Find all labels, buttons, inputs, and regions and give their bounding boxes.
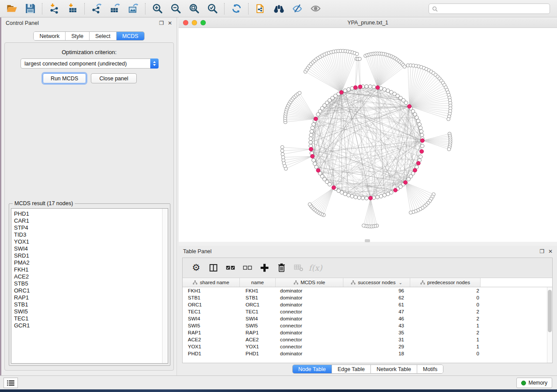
tab-select[interactable]: Select — [90, 32, 117, 40]
tab-mcds[interactable]: MCDS — [117, 32, 144, 40]
export-network-button[interactable] — [87, 2, 106, 16]
table-clear-icon — [294, 263, 303, 272]
table-scrollbar[interactable] — [547, 287, 552, 363]
cell: STB1 — [183, 295, 240, 300]
table-row[interactable]: RAP1RAP1dominator352 — [183, 329, 552, 336]
optimization-criterion-select[interactable]: largest connected component (undirected) — [21, 58, 159, 69]
column-selector-button[interactable] — [207, 261, 220, 275]
task-history-button[interactable] — [3, 378, 18, 388]
column-header-shared-name[interactable]: shared name — [183, 278, 240, 287]
table-row[interactable]: YOX1YOX1connector291 — [183, 343, 552, 350]
columns-icon — [209, 263, 218, 272]
deselect-all-rows-button[interactable] — [241, 261, 254, 275]
desktop-wallpaper — [0, 389, 557, 392]
memory-label: Memory — [529, 380, 547, 386]
result-node[interactable]: STP4 — [14, 224, 30, 231]
result-node[interactable]: ACE2 — [14, 273, 30, 280]
result-node[interactable]: SWI4 — [14, 245, 30, 252]
network-canvas[interactable] — [179, 28, 557, 242]
search-icon — [432, 6, 438, 12]
cell: ORC1 — [240, 302, 276, 307]
trash-icon — [277, 263, 286, 272]
result-node[interactable]: PMA2 — [14, 259, 30, 266]
attribute-tree-icon — [294, 280, 298, 285]
export-table-button[interactable] — [106, 2, 124, 16]
cell: 0 — [410, 302, 481, 307]
result-node[interactable]: CAR1 — [14, 217, 30, 224]
open-file-button[interactable] — [3, 2, 21, 16]
hide-details-button[interactable] — [288, 2, 306, 16]
horizontal-splitter[interactable] — [179, 242, 557, 246]
zoom-selected-icon — [207, 3, 218, 14]
network-graph[interactable] — [179, 28, 557, 242]
result-node[interactable]: GCR1 — [14, 322, 30, 329]
column-header-predecessor-nodes[interactable]: predecessor nodes — [410, 278, 481, 287]
table-row[interactable]: TEC1TEC1connector472 — [183, 308, 552, 315]
search-network-button[interactable] — [270, 2, 288, 16]
share-doc-icon — [255, 3, 266, 14]
result-node[interactable]: TID3 — [14, 231, 30, 238]
export-image-button[interactable] — [124, 2, 142, 16]
tab-node-table[interactable]: Node Table — [293, 365, 332, 373]
zoom-selected-button[interactable] — [203, 2, 221, 16]
apply-layout-button[interactable] — [227, 2, 246, 16]
select-all-rows-button[interactable] — [224, 261, 237, 275]
column-header-name[interactable]: name — [240, 278, 276, 287]
splitter-handle-icon[interactable] — [365, 239, 370, 242]
cell: 1 — [410, 323, 481, 328]
tab-edge-table[interactable]: Edge Table — [332, 365, 371, 373]
column-settings-button[interactable]: ⚙ — [190, 261, 203, 275]
mcds-result-list[interactable]: PHD1CAR1STP4TID3YOX1SWI4SRD1PMA2FKH1ACE2… — [11, 208, 168, 364]
column-header-successor-nodes[interactable]: successor nodes⌄ — [343, 278, 410, 287]
table-row[interactable]: ORC1ORC1dominator610 — [183, 301, 552, 308]
cell: 47 — [343, 309, 410, 314]
search-input[interactable] — [440, 5, 547, 12]
float-window-icon[interactable]: ❐ — [540, 249, 544, 254]
delete-column-button[interactable] — [275, 261, 288, 275]
result-node[interactable]: SRD1 — [14, 252, 30, 259]
add-column-button[interactable] — [258, 261, 271, 275]
result-node[interactable]: STB1 — [14, 301, 30, 308]
result-node[interactable]: YOX1 — [14, 238, 30, 245]
zoom-out-button[interactable] — [166, 2, 185, 16]
close-panel-icon[interactable]: ✕ — [168, 21, 172, 26]
result-node[interactable]: FKH1 — [14, 266, 30, 273]
import-network-button[interactable] — [45, 2, 63, 16]
attribute-tree-icon — [193, 280, 197, 285]
zoom-in-button[interactable] — [148, 2, 166, 16]
result-node[interactable]: STB5 — [14, 280, 30, 287]
result-list-scrollbar[interactable] — [162, 209, 168, 363]
float-window-icon[interactable]: ❐ — [159, 21, 164, 26]
zoom-fit-button[interactable] — [185, 2, 203, 16]
table-row[interactable]: STB1STB1dominator620 — [183, 294, 552, 301]
tab-network-table[interactable]: Network Table — [371, 365, 417, 373]
close-panel-button[interactable]: Close panel — [91, 73, 137, 83]
cell: PHD1 — [183, 351, 240, 356]
result-node[interactable]: SWI5 — [14, 308, 30, 315]
network-file-button[interactable] — [251, 2, 270, 16]
close-panel-icon[interactable]: ✕ — [548, 249, 553, 254]
search-box[interactable] — [429, 3, 550, 14]
network-window-titlebar[interactable]: YPA_prune.txt_1 — [179, 18, 557, 28]
result-node[interactable]: RAP1 — [14, 294, 30, 301]
result-node[interactable]: TEC1 — [14, 315, 30, 322]
scrollbar-thumb[interactable] — [548, 290, 552, 332]
column-header-MCDS-role[interactable]: MCDS role — [276, 278, 343, 287]
memory-button[interactable]: Memory — [516, 378, 552, 388]
import-table-button[interactable] — [63, 2, 82, 16]
cell: SWI5 — [183, 323, 240, 328]
table-row[interactable]: SWI5SWI5connector431 — [183, 322, 552, 329]
save-session-button[interactable] — [21, 2, 39, 16]
table-row[interactable]: PHD1PHD1dominator180 — [183, 350, 552, 357]
tab-motifs[interactable]: Motifs — [417, 365, 443, 373]
result-node[interactable]: PHD1 — [14, 210, 30, 217]
table-row[interactable]: FKH1FKH1dominator962 — [183, 287, 552, 294]
cell: dominator — [276, 330, 343, 335]
run-mcds-button[interactable]: Run MCDS — [43, 73, 86, 83]
table-row[interactable]: ACE2ACE2connector311 — [183, 336, 552, 343]
tab-style[interactable]: Style — [66, 32, 90, 40]
show-details-button[interactable] — [306, 2, 325, 16]
table-row[interactable]: SWI4SWI4dominator462 — [183, 315, 552, 322]
tab-network[interactable]: Network — [34, 32, 66, 40]
result-node[interactable]: ORC1 — [14, 287, 30, 294]
